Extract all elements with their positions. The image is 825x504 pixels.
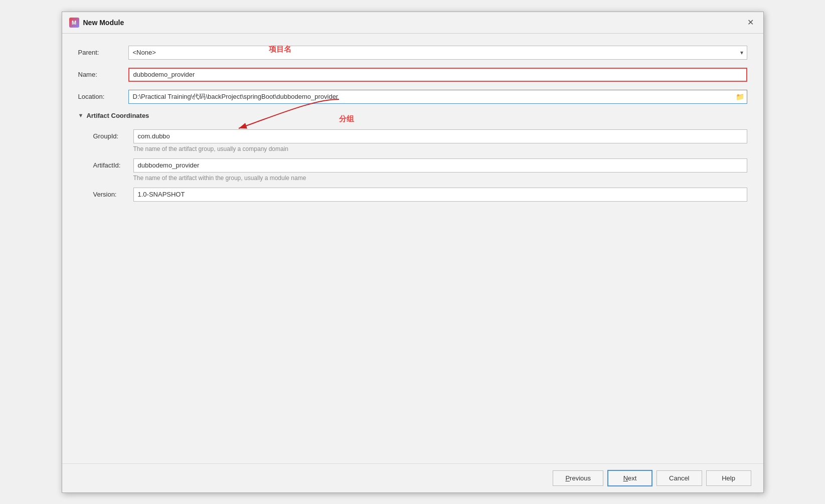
artifact-section-title: Artifact Coordinates [86,112,149,119]
version-label: Version: [78,188,133,198]
artifactid-input[interactable] [133,158,747,173]
section-toggle[interactable]: ▼ [78,112,84,118]
location-input-wrap: 📁 [128,90,747,104]
groupid-label: GroupId: [78,129,133,140]
name-input[interactable] [128,68,747,82]
name-input-wrap [128,68,747,82]
annotation-group: 分组 [339,114,354,124]
new-module-dialog: M New Module ✕ Parent: <None> ▾ 项目名 Name… [62,12,764,493]
dialog-content: Parent: <None> ▾ 项目名 Name: Location: [62,34,763,463]
dialog-footer: Previous Next Cancel Help [62,463,763,492]
artifactid-row-wrap: ArtifactId: The name of the artifact wit… [78,158,747,182]
dialog-title: New Module [83,19,124,27]
parent-label: Parent: [78,49,128,56]
annotation-project: 项目名 [269,45,291,54]
groupid-input[interactable] [133,129,747,143]
close-button[interactable]: ✕ [745,17,756,28]
next-rest: ext [628,474,636,482]
parent-row: Parent: <None> ▾ [78,46,747,60]
version-row: Version: [78,188,747,202]
location-row: Location: 📁 [78,90,747,104]
title-bar-left: M New Module [69,18,124,28]
name-row: Name: [78,68,747,82]
groupid-row: GroupId: [78,129,747,143]
previous-button[interactable]: Previous [553,470,603,486]
groupid-field-wrap [133,129,747,143]
next-button[interactable]: Next [607,470,652,486]
artifactid-label: ArtifactId: [78,158,133,169]
location-label: Location: [78,93,128,100]
app-icon: M [69,18,79,28]
folder-icon[interactable]: 📁 [736,93,744,101]
artifactid-field-wrap [133,158,747,173]
title-bar: M New Module ✕ [62,12,763,34]
previous-underline: P [565,474,570,482]
location-input[interactable] [128,90,747,104]
version-field-wrap [133,188,747,202]
groupid-row-wrap: GroupId: The name of the artifact group,… [78,129,747,152]
artifact-section-header: ▼ Artifact Coordinates [78,112,747,119]
artifactid-row: ArtifactId: [78,158,747,173]
parent-select-wrap: <None> ▾ [128,46,747,60]
cancel-button[interactable]: Cancel [656,470,702,486]
version-input[interactable] [133,188,747,202]
groupid-hint: The name of the artifact group, usually … [133,145,747,152]
artifact-section: GroupId: The name of the artifact group,… [78,129,747,202]
help-button[interactable]: Help [706,470,751,486]
artifactid-hint: The name of the artifact within the grou… [133,175,747,182]
next-underline: N [623,474,628,482]
version-row-wrap: Version: [78,188,747,202]
previous-rest: revious [570,474,591,482]
parent-select[interactable]: <None> [128,46,747,60]
name-label: Name: [78,71,128,78]
